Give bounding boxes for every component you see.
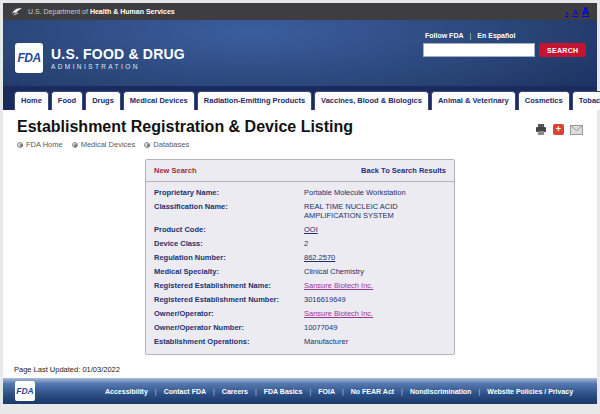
- footer-links: Accessibility|Contact FDA|Careers|FDA Ba…: [105, 388, 573, 395]
- email-icon[interactable]: [570, 125, 583, 135]
- nav-tab-animal-veterinary[interactable]: Animal & Veterinary: [431, 91, 516, 110]
- page-info: Page Last Updated: 01/03/2022 Note: If y…: [3, 355, 597, 378]
- page-title: Establishment Registration & Device List…: [17, 118, 353, 136]
- en-espanol-link[interactable]: En Español: [477, 32, 515, 39]
- footer-link-separator: |: [255, 388, 257, 395]
- file-formats-note: Note: If you need help accessing informa…: [14, 376, 597, 378]
- hhs-bar: U.S. Department of Health & Human Servic…: [3, 3, 597, 20]
- print-icon[interactable]: [535, 124, 547, 135]
- footer-link-separator: |: [478, 388, 480, 395]
- breadcrumb-label: Medical Devices: [81, 140, 136, 149]
- footer-link-fda-basics[interactable]: FDA Basics: [264, 388, 303, 395]
- search-button[interactable]: SEARCH: [539, 43, 586, 57]
- header-search: SEARCH: [423, 43, 583, 57]
- nav-tab-food[interactable]: Food: [51, 91, 83, 110]
- detail-label-proprietary-name: Proprietary Name:: [154, 188, 300, 197]
- footer-link-contact-fda[interactable]: Contact FDA: [164, 388, 206, 395]
- nav-tab-radiation-emitting-products[interactable]: Radiation-Emitting Products: [197, 91, 312, 110]
- breadcrumb-bullet-icon: [72, 142, 78, 148]
- agency-name: U.S. FOOD & DRUG ADMINISTRATION: [51, 46, 185, 70]
- agency-name-line1: U.S. FOOD & DRUG: [51, 46, 185, 62]
- viewers-players-link[interactable]: Instructions for Downloading Viewers and…: [256, 376, 421, 378]
- breadcrumb-bullet-icon: [144, 142, 150, 148]
- detail-label-owner-operator-number: Owner/Operator Number:: [154, 323, 300, 332]
- detail-label-registered-establishment-name: Registered Establishment Name:: [154, 281, 300, 290]
- detail-value-owner-operator-number: 10077049: [304, 323, 446, 332]
- note-prefix: Note: If you need help accessing informa…: [14, 376, 254, 378]
- footer-fda-logo[interactable]: FDA: [15, 381, 35, 401]
- footer-link-separator: |: [309, 388, 311, 395]
- breadcrumb-label: Databases: [153, 140, 189, 149]
- site-footer: FDA Accessibility|Contact FDA|Careers|FD…: [3, 378, 597, 404]
- hhs-eagle-icon: [11, 6, 23, 17]
- new-search-link[interactable]: New Search: [154, 166, 197, 175]
- nav-tab-tobacco-products[interactable]: Tobacco Products: [572, 91, 600, 110]
- breadcrumb-label: FDA Home: [26, 140, 63, 149]
- breadcrumb: FDA HomeMedical DevicesDatabases: [17, 140, 353, 149]
- detail-label-device-class: Device Class:: [154, 239, 300, 248]
- footer-link-website-policies-privacy[interactable]: Website Policies / Privacy: [487, 388, 573, 395]
- detail-label-registered-establishment-number: Registered Establishment Number:: [154, 295, 300, 304]
- detail-label-product-code: Product Code:: [154, 225, 300, 234]
- hhs-department-text: U.S. Department of Health & Human Servic…: [28, 8, 175, 15]
- detail-link-sansure-biotech-inc[interactable]: Sansure Biotech Inc.: [304, 281, 373, 290]
- nav-tab-home[interactable]: Home: [14, 91, 49, 110]
- detail-value-owner-operator: Sansure Biotech Inc.: [304, 309, 446, 318]
- fda-logo[interactable]: FDA: [15, 43, 43, 73]
- header-link-divider: |: [470, 32, 472, 39]
- detail-value-establishment-operations: Manufacturer: [304, 337, 446, 346]
- detail-link-ooi[interactable]: OOI: [304, 225, 318, 234]
- font-size-medium-button[interactable]: A: [572, 8, 577, 17]
- last-updated-text: Page Last Updated: 01/03/2022: [14, 365, 597, 376]
- nav-tabs: HomeFoodDrugsMedical DevicesRadiation-Em…: [3, 86, 597, 110]
- footer-link-no-fear-act[interactable]: No FEAR Act: [351, 388, 394, 395]
- detail-link-sansure-biotech-inc[interactable]: Sansure Biotech Inc.: [304, 309, 373, 318]
- detail-label-classification-name: Classification Name:: [154, 202, 300, 220]
- detail-value-medical-specialty: Clinical Chemistry: [304, 267, 446, 276]
- back-to-search-results-link[interactable]: Back To Search Results: [361, 166, 446, 175]
- detail-value-registered-establishment-name: Sansure Biotech Inc.: [304, 281, 446, 290]
- fda-masthead: FDA U.S. FOOD & DRUG ADMINISTRATION Foll…: [3, 20, 597, 86]
- nav-tab-drugs[interactable]: Drugs: [85, 91, 121, 110]
- detail-value-classification-name: REAL TIME NUCLEIC ACID AMPLIFICATION SYS…: [304, 202, 446, 220]
- breadcrumb-item-medical-devices[interactable]: Medical Devices: [72, 140, 136, 149]
- nav-tab-medical-devices[interactable]: Medical Devices: [123, 91, 195, 110]
- header-utilities: Follow FDA | En Español SEARCH: [423, 32, 583, 57]
- title-row: Establishment Registration & Device List…: [3, 110, 597, 149]
- nav-tab-cosmetics[interactable]: Cosmetics: [518, 91, 570, 110]
- breadcrumb-bullet-icon: [17, 142, 23, 148]
- detail-value-proprietary-name: Portable Molecule Workstation: [304, 188, 446, 197]
- share-icon[interactable]: +: [553, 124, 564, 135]
- site-frame: U.S. Department of Health & Human Servic…: [3, 3, 597, 404]
- footer-link-separator: |: [155, 388, 157, 395]
- note-suffix: .: [421, 376, 423, 378]
- footer-link-separator: |: [342, 388, 344, 395]
- footer-link-separator: |: [401, 388, 403, 395]
- follow-fda-link[interactable]: Follow FDA: [425, 32, 464, 39]
- footer-link-foia[interactable]: FOIA: [318, 388, 335, 395]
- hhs-text-prefix: U.S. Department of: [28, 8, 88, 15]
- detail-value-registered-establishment-number: 3016619649: [304, 295, 446, 304]
- main-content: Establishment Registration & Device List…: [3, 110, 597, 378]
- font-size-small-button[interactable]: a: [565, 10, 568, 16]
- detail-link-862-2570[interactable]: 862.2570: [304, 253, 335, 262]
- font-size-controls: a A A: [565, 6, 589, 17]
- search-input[interactable]: [423, 43, 535, 57]
- detail-label-medical-specialty: Medical Specialty:: [154, 267, 300, 276]
- nav-tab-vaccines-blood-biologics[interactable]: Vaccines, Blood & Biologics: [314, 91, 429, 110]
- detail-label-regulation-number: Regulation Number:: [154, 253, 300, 262]
- detail-label-owner-operator: Owner/Operator:: [154, 309, 300, 318]
- detail-value-device-class: 2: [304, 239, 446, 248]
- breadcrumb-item-fda-home[interactable]: FDA Home: [17, 140, 63, 149]
- page-action-icons: +: [535, 124, 583, 135]
- hhs-text-bold: Health & Human Services: [90, 8, 175, 15]
- detail-value-product-code: OOI: [304, 225, 446, 234]
- footer-link-accessibility[interactable]: Accessibility: [105, 388, 148, 395]
- font-size-large-button[interactable]: A: [582, 6, 589, 17]
- detail-value-regulation-number: 862.2570: [304, 253, 446, 262]
- panel-header: New Search Back To Search Results: [146, 160, 454, 182]
- breadcrumb-item-databases[interactable]: Databases: [144, 140, 189, 149]
- device-detail-table: Proprietary Name:Portable Molecule Works…: [146, 182, 454, 354]
- footer-link-nondiscrimination[interactable]: Nondiscrimination: [410, 388, 471, 395]
- footer-link-careers[interactable]: Careers: [222, 388, 248, 395]
